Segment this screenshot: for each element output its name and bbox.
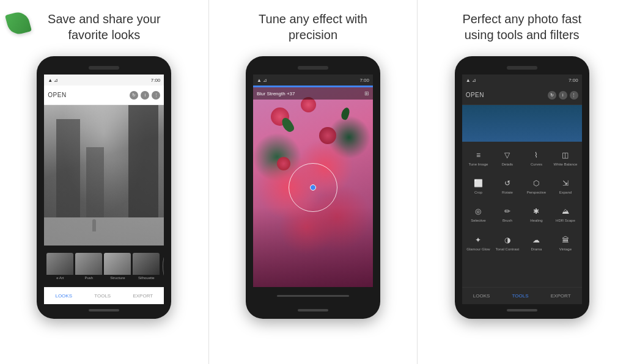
tool-item-11[interactable]: ⛰HDR Scape bbox=[551, 201, 580, 228]
more-icon-3[interactable]: ⋮ bbox=[570, 91, 578, 100]
tool-name-12: Glamour Glow bbox=[466, 247, 490, 251]
status-bar-3: ▲ ⊿ 7:00 bbox=[462, 75, 582, 86]
nav-tools-3[interactable]: TOOLS bbox=[512, 293, 529, 299]
look-thumb-3[interactable]: Silhouette bbox=[133, 253, 160, 280]
tool-name-10: Healing bbox=[530, 219, 542, 222]
nav-tools-1[interactable]: TOOLS bbox=[94, 293, 111, 299]
nav-export-3[interactable]: EXPORT bbox=[551, 293, 571, 299]
tool-icon-6: ⬡ bbox=[531, 178, 542, 189]
status-bar-1: ▲ ⊿ 7:00 bbox=[44, 75, 164, 86]
app-title-3: OPEN bbox=[466, 92, 484, 98]
tool-item-3[interactable]: ◫White Balance bbox=[551, 144, 580, 171]
status-time-1: ▲ ⊿ bbox=[48, 78, 58, 83]
tool-item-12[interactable]: ✦Glamour Glow bbox=[465, 229, 493, 256]
refresh-icon-3[interactable]: ↻ bbox=[548, 91, 556, 100]
tool-item-14[interactable]: ☁Drama bbox=[523, 229, 551, 256]
home-bar-2 bbox=[298, 309, 328, 311]
tool-name-13: Tonal Contrast bbox=[496, 247, 520, 251]
look-add-circle[interactable]: + bbox=[163, 255, 164, 278]
look-thumb-0[interactable]: e Art bbox=[46, 253, 73, 280]
tool-icon-5: ↺ bbox=[502, 178, 513, 189]
panel-1-title: Save and share your favorite looks bbox=[48, 11, 161, 46]
tool-item-5[interactable]: ↺Rotate bbox=[493, 172, 521, 199]
tool-icon-9: ✏ bbox=[502, 206, 513, 217]
tool-item-13[interactable]: ◑Tonal Contrast bbox=[493, 229, 521, 256]
tool-item-1[interactable]: ▽Details bbox=[493, 144, 521, 171]
tool-name-2: Curves bbox=[531, 162, 542, 166]
phone-screen-1: ▲ ⊿ 7:00 OPEN ↻ i ⋮ bbox=[44, 75, 164, 304]
phone-screen-3: ▲ ⊿ 7:00 OPEN ↻ i ⋮ ≡Tune Image▽Details⌇… bbox=[462, 75, 582, 304]
circle-select[interactable] bbox=[289, 163, 337, 212]
tool-name-11: HDR Scape bbox=[556, 219, 575, 222]
tool-icon-14: ☁ bbox=[531, 235, 542, 246]
tool-icon-3: ◫ bbox=[560, 150, 571, 161]
looks-strip: e Art Push Structure Silhouette + bbox=[44, 246, 164, 287]
tools-grid: ≡Tune Image▽Details⌇Curves◫White Balance… bbox=[462, 142, 582, 287]
nav-export-1[interactable]: EXPORT bbox=[133, 293, 153, 299]
phone-3: ▲ ⊿ 7:00 OPEN ↻ i ⋮ ≡Tune Image▽Details⌇… bbox=[455, 56, 589, 319]
photo-thumb-3 bbox=[462, 105, 582, 142]
phone-speaker-3 bbox=[507, 66, 537, 70]
tool-item-2[interactable]: ⌇Curves bbox=[523, 144, 551, 171]
phone-2: ▲ ⊿ 7:00 bbox=[246, 56, 380, 319]
tool-name-5: Rotate bbox=[502, 191, 513, 194]
status-signal-2: ▲ ⊿ bbox=[257, 78, 267, 83]
info-icon-3[interactable]: i bbox=[559, 91, 567, 100]
more-icon[interactable]: ⋮ bbox=[152, 91, 160, 100]
blur-bar: Blur Strength +37 ⊞ bbox=[253, 87, 373, 100]
tool-item-7[interactable]: ⇲Expand bbox=[551, 172, 580, 199]
nav-looks-3[interactable]: LOOKS bbox=[473, 293, 490, 299]
phone-speaker-2 bbox=[298, 66, 328, 70]
tool-name-0: Tune Image bbox=[469, 162, 488, 166]
tool-item-4[interactable]: ⬜Crop bbox=[465, 172, 493, 199]
tool-icon-4: ⬜ bbox=[473, 178, 484, 189]
tool-name-6: Perspective bbox=[527, 191, 546, 194]
look-label-3: Silhouette bbox=[133, 276, 160, 280]
tool-name-15: Vintage bbox=[559, 247, 572, 251]
tool-icon-11: ⛰ bbox=[560, 206, 571, 217]
tool-name-1: Details bbox=[502, 162, 513, 166]
tool-name-4: Crop bbox=[474, 191, 482, 194]
app-bar-3: OPEN ↻ i ⋮ bbox=[462, 86, 582, 105]
look-label-0: e Art bbox=[46, 276, 73, 280]
tool-item-0[interactable]: ≡Tune Image bbox=[465, 144, 493, 171]
look-thumb-2[interactable]: Structure bbox=[104, 253, 131, 280]
panel-looks: Save and share your favorite looks ▲ ⊿ 7… bbox=[0, 0, 208, 364]
tool-icon-15: 🏛 bbox=[560, 235, 571, 246]
phone-screen-2: ▲ ⊿ 7:00 bbox=[253, 75, 373, 304]
tool-icon-0: ≡ bbox=[473, 150, 484, 161]
tool-item-6[interactable]: ⬡Perspective bbox=[523, 172, 551, 199]
bottom-nav-2 bbox=[253, 287, 373, 304]
circle-dot[interactable] bbox=[310, 184, 316, 191]
tool-name-7: Expand bbox=[559, 191, 572, 194]
tool-item-9[interactable]: ✏Brush bbox=[493, 201, 521, 228]
flowers-photo bbox=[253, 87, 373, 287]
home-bar-3 bbox=[507, 309, 537, 311]
look-label-2: Structure bbox=[104, 276, 131, 280]
bw-photo bbox=[44, 105, 164, 246]
nav-looks-1[interactable]: LOOKS bbox=[55, 293, 72, 299]
status-signal-3: ▲ ⊿ bbox=[466, 78, 476, 83]
panel-tools: Perfect any photo fast using tools and f… bbox=[418, 0, 626, 364]
look-thumb-1[interactable]: Push bbox=[75, 253, 102, 280]
status-bar-2: ▲ ⊿ 7:00 bbox=[253, 75, 373, 86]
tool-item-15[interactable]: 🏛Vintage bbox=[551, 229, 580, 256]
blur-label: Blur Strength +37 bbox=[257, 91, 295, 96]
look-label-1: Push bbox=[75, 276, 102, 280]
refresh-icon[interactable]: ↻ bbox=[130, 91, 138, 100]
main-photo-1 bbox=[44, 105, 164, 246]
tool-item-8[interactable]: ◎Selective bbox=[465, 201, 493, 228]
tool-name-8: Selective bbox=[471, 219, 485, 222]
blur-expand-icon: ⊞ bbox=[364, 90, 369, 96]
status-clock-1: 7:00 bbox=[151, 78, 161, 83]
tool-icon-2: ⌇ bbox=[531, 150, 542, 161]
tool-name-14: Drama bbox=[531, 247, 542, 251]
panel-precision: Tune any effect with precision ▲ ⊿ 7:00 bbox=[209, 0, 418, 364]
status-clock-3: 7:00 bbox=[569, 78, 578, 83]
status-clock-2: 7:00 bbox=[359, 78, 369, 83]
tool-name-3: White Balance bbox=[554, 162, 578, 166]
tool-item-10[interactable]: ✱Healing bbox=[523, 201, 551, 228]
app-bar-1: OPEN ↻ i ⋮ bbox=[44, 86, 164, 105]
home-bar-1 bbox=[89, 309, 119, 311]
info-icon[interactable]: i bbox=[141, 91, 149, 100]
